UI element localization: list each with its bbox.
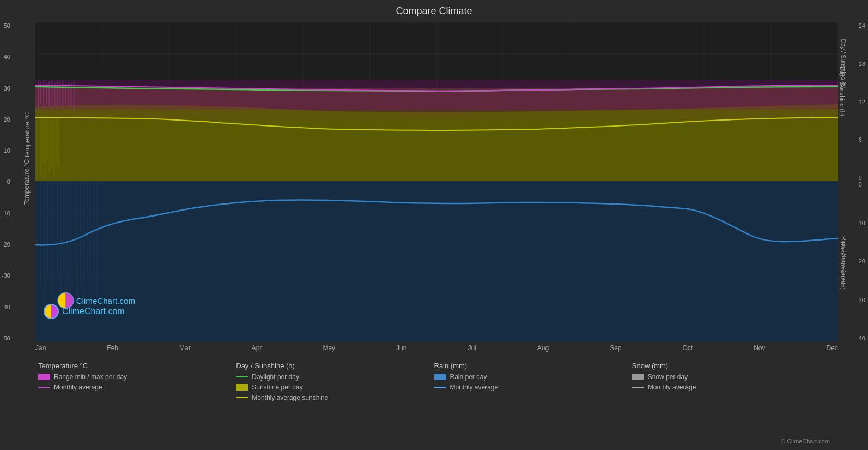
logo-bottom: ClimeChart.com xyxy=(44,304,125,319)
x-month-jul: Jul xyxy=(468,344,476,352)
x-month-feb: Feb xyxy=(107,344,118,352)
y-right-rain-40: 40 xyxy=(859,335,865,341)
x-month-aug: Aug xyxy=(537,344,549,352)
legend-temperature: Temperature °C Range min / max per day M… xyxy=(38,362,236,404)
x-month-jun: Jun xyxy=(396,344,406,352)
legend-temp-title: Temperature °C xyxy=(38,362,236,370)
rain-day-label: Rain per day xyxy=(450,373,487,381)
temp-axis-label: Temperature °C xyxy=(23,159,31,205)
legend-snow: Snow (mm) Snow per day Monthly average xyxy=(632,362,830,404)
y-tick-50: 50 xyxy=(4,22,10,29)
y-tick-10: 10 xyxy=(4,147,10,154)
legend-temp-range: Range min / max per day xyxy=(38,373,236,381)
legend-sunshine-title: Day / Sunshine (h) xyxy=(236,362,434,370)
daylight-line xyxy=(236,376,248,377)
page-title: Compare Climate xyxy=(0,0,868,20)
x-month-apr: Apr xyxy=(252,344,262,352)
x-month-sep: Sep xyxy=(610,344,621,352)
sunshine-avg-line xyxy=(236,397,248,398)
legend-temp-avg: Monthly average xyxy=(38,383,236,391)
svg-rect-69 xyxy=(35,181,838,341)
x-month-dec: Dec xyxy=(827,344,838,352)
sunshine-swatch xyxy=(236,384,248,391)
temp-avg-label: Monthly average xyxy=(54,383,102,391)
y-right-12: 12 xyxy=(859,99,865,105)
y-tick-30: 30 xyxy=(4,85,10,92)
legend-rain-day: Rain per day xyxy=(434,373,632,381)
x-month-mar: Mar xyxy=(179,344,191,352)
daylight-label: Daylight per day xyxy=(252,373,299,381)
y-right-rain-10: 10 xyxy=(859,220,865,226)
y-right-rain-30: 30 xyxy=(859,297,865,303)
snow-avg-label: Monthly average xyxy=(648,383,696,391)
rain-avg-line xyxy=(434,387,446,388)
y-right-0: 0 xyxy=(859,175,862,181)
y-tick-0: 0 xyxy=(7,178,10,185)
y-right-6: 6 xyxy=(859,136,862,143)
rain-swatch xyxy=(434,374,446,380)
legend-rain: Rain (mm) Rain per day Monthly average xyxy=(434,362,632,404)
logo-icon-bottom xyxy=(44,304,59,319)
copyright: © ClimeChart.com xyxy=(781,438,830,445)
y-right-24: 24 xyxy=(859,22,865,29)
legend-rain-avg: Monthly average xyxy=(434,383,632,391)
y-tick--40: -40 xyxy=(2,304,10,310)
legend-rain-title: Rain (mm) xyxy=(434,362,632,370)
x-month-jan: Jan xyxy=(35,344,46,352)
sunshine-avg-label: Monthly average sunshine xyxy=(252,394,328,401)
y-tick-40: 40 xyxy=(4,53,10,60)
snow-avg-line xyxy=(632,387,644,388)
logo-text-bottom: ClimeChart.com xyxy=(62,307,125,316)
legend-snow-avg: Monthly average xyxy=(632,383,830,391)
chart-svg: 50 40 30 20 10 0 -10 -20 -30 -40 -50 24 … xyxy=(35,22,838,341)
legend-sunshine: Day / Sunshine (h) Daylight per day Suns… xyxy=(236,362,434,404)
legend-daylight: Daylight per day xyxy=(236,373,434,381)
legend-sunshine-avg: Monthly average sunshine xyxy=(236,394,434,401)
y-tick--30: -30 xyxy=(2,272,10,279)
legend-snow-day: Snow per day xyxy=(632,373,830,381)
legend-snow-title: Snow (mm) xyxy=(632,362,830,370)
y-tick--20: -20 xyxy=(2,241,10,248)
rain-avg-label: Monthly average xyxy=(450,383,499,391)
y-right-rain-0: 0 xyxy=(859,181,862,188)
svg-rect-54 xyxy=(35,80,838,110)
y-tick--50: -50 xyxy=(2,335,10,341)
y-axis-left-label: Temperature °C xyxy=(23,112,31,158)
x-month-may: May xyxy=(323,344,335,352)
rain-axis-label: Rain / Snow (mm) xyxy=(841,236,847,284)
sunshine-axis-label: Day / Sunshine (h) xyxy=(840,39,846,88)
y-right-rain-20: 20 xyxy=(859,258,865,265)
temp-avg-line xyxy=(38,387,50,388)
temp-range-label: Range min / max per day xyxy=(54,373,127,381)
snow-day-label: Snow per day xyxy=(648,373,688,381)
y-tick-20: 20 xyxy=(4,116,10,123)
temp-range-swatch xyxy=(38,374,50,380)
y-tick--10: -10 xyxy=(2,210,10,217)
y-right-18: 18 xyxy=(859,61,865,67)
sunshine-day-label: Sunshine per day xyxy=(252,383,302,391)
x-month-oct: Oct xyxy=(683,344,693,352)
x-month-nov: Nov xyxy=(754,344,765,352)
legend-area: Temperature °C Range min / max per day M… xyxy=(38,362,830,404)
snow-swatch xyxy=(632,374,644,380)
legend-sunshine-day: Sunshine per day xyxy=(236,383,434,391)
